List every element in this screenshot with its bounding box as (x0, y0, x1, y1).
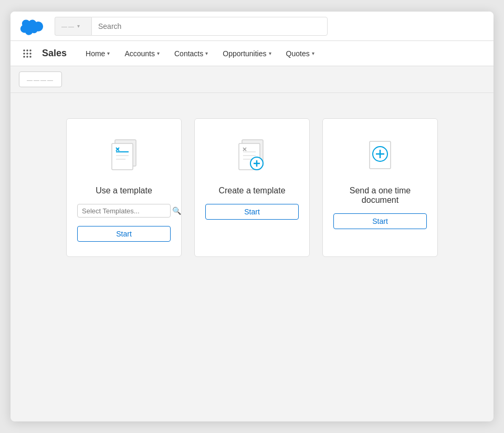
browser-window: —— ▾ Sales Home ▾ (10, 12, 494, 421)
one-time-doc-title: Send a one time document (333, 186, 427, 205)
create-template-start-button[interactable]: Start (205, 204, 299, 220)
template-search-input[interactable] (82, 207, 170, 215)
svg-point-2 (29, 49, 32, 51)
svg-point-6 (23, 56, 25, 58)
use-template-card: Use a template 🔍 Start (66, 118, 182, 257)
one-time-doc-card: Send a one time document Start (322, 118, 438, 257)
use-template-icon (103, 136, 145, 178)
cards-container: Use a template 🔍 Start (66, 118, 438, 257)
use-template-title: Use a template (96, 186, 152, 195)
app-launcher-button[interactable] (19, 45, 36, 62)
accounts-chevron-icon: ▾ (157, 50, 160, 56)
nav-item-accounts[interactable]: Accounts ▾ (118, 41, 166, 66)
salesforce-logo (19, 17, 44, 35)
create-template-icon (231, 136, 273, 178)
quotes-chevron-icon: ▾ (312, 50, 314, 56)
svg-point-1 (26, 49, 28, 51)
opportunities-chevron-icon: ▾ (269, 50, 271, 56)
svg-rect-10 (112, 143, 133, 170)
search-input[interactable] (91, 17, 328, 36)
search-recent-label: —— (61, 23, 75, 29)
create-template-title: Create a template (218, 186, 285, 195)
svg-point-4 (26, 53, 28, 55)
svg-point-3 (23, 53, 25, 55)
toolbar: ———— (10, 66, 494, 93)
home-chevron-icon: ▾ (107, 50, 110, 56)
svg-point-7 (26, 56, 28, 58)
one-time-doc-icon (359, 136, 401, 178)
header: —— ▾ (10, 12, 494, 41)
contacts-chevron-icon: ▾ (205, 50, 208, 56)
grid-icon (23, 49, 32, 58)
nav-item-quotes[interactable]: Quotes ▾ (280, 41, 321, 66)
toolbar-button[interactable]: ———— (19, 71, 62, 87)
search-recent-dropdown[interactable]: —— ▾ (55, 17, 91, 36)
svg-point-5 (29, 53, 32, 55)
create-template-card: Create a template Start (194, 118, 310, 257)
nav-item-contacts[interactable]: Contacts ▾ (168, 41, 214, 66)
nav-bar: Sales Home ▾ Accounts ▾ Contacts ▾ Oppor… (10, 41, 494, 66)
template-search-field[interactable]: 🔍 (77, 204, 171, 218)
template-search-icon: 🔍 (172, 207, 181, 215)
nav-item-opportunities[interactable]: Opportunities ▾ (216, 41, 277, 66)
nav-item-home[interactable]: Home ▾ (79, 41, 116, 66)
svg-point-8 (29, 56, 32, 58)
search-bar: —— ▾ (55, 17, 328, 36)
svg-point-0 (23, 49, 25, 51)
app-name: Sales (42, 48, 67, 59)
main-content: Use a template 🔍 Start (10, 93, 494, 408)
one-time-doc-start-button[interactable]: Start (333, 213, 427, 229)
use-template-start-button[interactable]: Start (77, 226, 171, 242)
